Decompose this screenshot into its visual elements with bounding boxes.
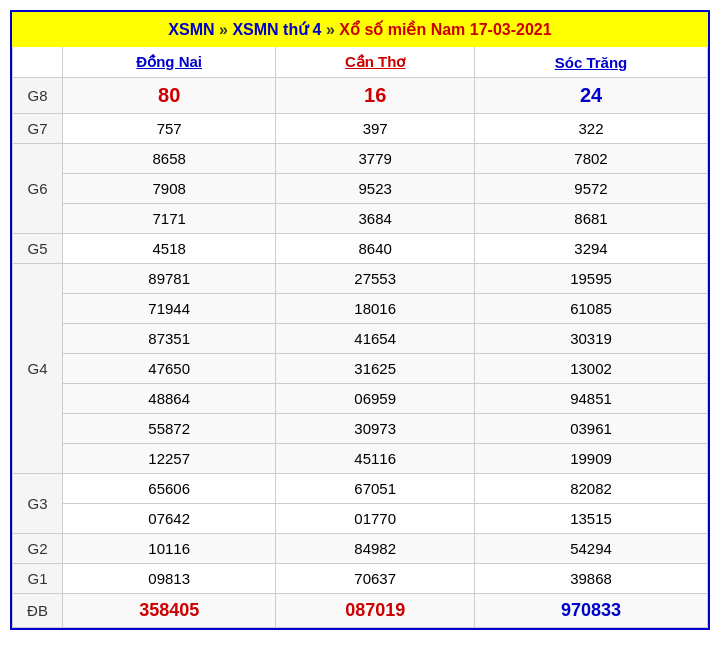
num-cell: 45116	[276, 444, 475, 474]
num-cell: 06959	[276, 384, 475, 414]
main-container: XSMN » XSMN thứ 4 » Xổ số miền Nam 17-03…	[10, 10, 710, 630]
num-cell: 7171	[63, 204, 276, 234]
num-cell: 12257	[63, 444, 276, 474]
table-row: G1098137063739868	[13, 564, 708, 594]
num-cell: 09813	[63, 564, 276, 594]
num-cell: 322	[475, 114, 708, 144]
num-cell: 3294	[475, 234, 708, 264]
page-header: XSMN » XSMN thứ 4 » Xổ số miền Nam 17-03…	[12, 12, 708, 47]
num-cell: 13002	[475, 354, 708, 384]
table-row: G3656066705182082	[13, 474, 708, 504]
num-cell: 358405	[63, 594, 276, 628]
row-label: G2	[13, 534, 63, 564]
num-cell: 397	[276, 114, 475, 144]
num-cell: 31625	[276, 354, 475, 384]
table-row: G7757397322	[13, 114, 708, 144]
column-headers: Đồng Nai Cần Thơ Sóc Trăng	[13, 47, 708, 78]
col-header-cantho: Cần Thơ	[276, 47, 475, 78]
num-cell: 16	[276, 78, 475, 114]
table-row: 717136848681	[13, 204, 708, 234]
table-row: G8801624	[13, 78, 708, 114]
num-cell: 7802	[475, 144, 708, 174]
num-cell: 30973	[276, 414, 475, 444]
num-cell: 54294	[475, 534, 708, 564]
num-cell: 70637	[276, 564, 475, 594]
num-cell: 7908	[63, 174, 276, 204]
label-header	[13, 47, 63, 78]
table-row: 076420177013515	[13, 504, 708, 534]
num-cell: 18016	[276, 294, 475, 324]
num-cell: 27553	[276, 264, 475, 294]
nav-link2[interactable]: Xổ số miền Nam 17-03-2021	[339, 21, 551, 38]
num-cell: 8681	[475, 204, 708, 234]
num-cell: 55872	[63, 414, 276, 444]
num-cell: 87351	[63, 324, 276, 354]
table-row: G6865837797802	[13, 144, 708, 174]
num-cell: 757	[63, 114, 276, 144]
num-cell: 65606	[63, 474, 276, 504]
row-label: ĐB	[13, 594, 63, 628]
num-cell: 3684	[276, 204, 475, 234]
header-title: XSMN » XSMN thứ 4 » Xổ số miền Nam 17-03…	[168, 21, 551, 38]
sep2: »	[322, 21, 340, 38]
num-cell: 41654	[276, 324, 475, 354]
num-cell: 39868	[475, 564, 708, 594]
num-cell: 30319	[475, 324, 708, 354]
num-cell: 01770	[276, 504, 475, 534]
col-header-dongnai: Đồng Nai	[63, 47, 276, 78]
col-header-soctrang: Sóc Trăng	[475, 47, 708, 78]
row-label: G4	[13, 264, 63, 474]
num-cell: 9572	[475, 174, 708, 204]
table-row: 488640695994851	[13, 384, 708, 414]
num-cell: 82082	[475, 474, 708, 504]
table-row: 122574511619909	[13, 444, 708, 474]
num-cell: 89781	[63, 264, 276, 294]
num-cell: 3779	[276, 144, 475, 174]
num-cell: 9523	[276, 174, 475, 204]
table-row: 558723097303961	[13, 414, 708, 444]
table-row: 719441801661085	[13, 294, 708, 324]
num-cell: 67051	[276, 474, 475, 504]
num-cell: 19595	[475, 264, 708, 294]
table-row: ĐB358405087019970833	[13, 594, 708, 628]
table-row: 476503162513002	[13, 354, 708, 384]
num-cell: 24	[475, 78, 708, 114]
row-label: G8	[13, 78, 63, 114]
num-cell: 80	[63, 78, 276, 114]
table-row: G2101168498254294	[13, 534, 708, 564]
table-row: G4897812755319595	[13, 264, 708, 294]
lottery-table: Đồng Nai Cần Thơ Sóc Trăng G8801624G7757…	[12, 47, 708, 628]
num-cell: 10116	[63, 534, 276, 564]
row-label: G3	[13, 474, 63, 534]
num-cell: 4518	[63, 234, 276, 264]
num-cell: 19909	[475, 444, 708, 474]
num-cell: 48864	[63, 384, 276, 414]
row-label: G7	[13, 114, 63, 144]
table-row: 873514165430319	[13, 324, 708, 354]
row-label: G6	[13, 144, 63, 234]
num-cell: 61085	[475, 294, 708, 324]
row-label: G5	[13, 234, 63, 264]
num-cell: 47650	[63, 354, 276, 384]
nav-link1[interactable]: XSMN thứ 4	[232, 21, 321, 38]
num-cell: 13515	[475, 504, 708, 534]
table-row: G5451886403294	[13, 234, 708, 264]
sep1: »	[215, 21, 233, 38]
num-cell: 07642	[63, 504, 276, 534]
num-cell: 087019	[276, 594, 475, 628]
num-cell: 03961	[475, 414, 708, 444]
num-cell: 8640	[276, 234, 475, 264]
brand-link[interactable]: XSMN	[168, 21, 214, 38]
num-cell: 94851	[475, 384, 708, 414]
table-row: 790895239572	[13, 174, 708, 204]
num-cell: 970833	[475, 594, 708, 628]
row-label: G1	[13, 564, 63, 594]
num-cell: 71944	[63, 294, 276, 324]
num-cell: 8658	[63, 144, 276, 174]
num-cell: 84982	[276, 534, 475, 564]
